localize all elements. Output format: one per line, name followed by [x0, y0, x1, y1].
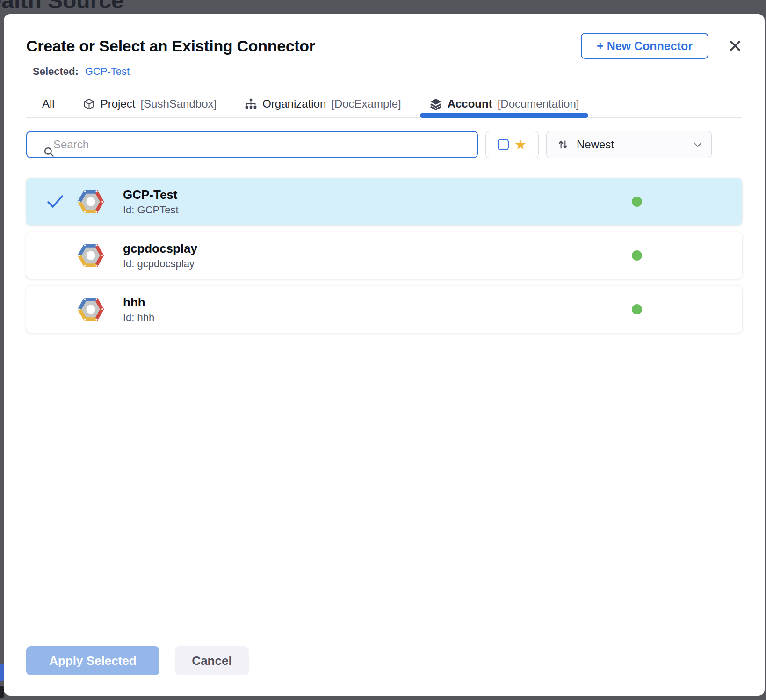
org-chart-icon: [245, 98, 257, 110]
search-input[interactable]: [26, 131, 478, 158]
sort-arrows-icon: [557, 139, 569, 151]
close-icon: [729, 40, 741, 52]
tab-label: Account: [448, 97, 492, 110]
background-page-heading: Health Source: [0, 0, 124, 14]
scope-tabs: All Project [SushSandbox]: [26, 90, 742, 118]
connector-name: GCP-Test: [123, 188, 179, 202]
connector-name: hhh: [123, 295, 154, 310]
layers-icon: [429, 97, 442, 110]
tab-project[interactable]: Project [SushSandbox]: [73, 90, 226, 117]
connector-select-modal: Create or Select an Existing Connector +…: [4, 14, 765, 696]
star-icon: ★: [514, 138, 527, 152]
modal-header: Create or Select an Existing Connector +…: [26, 14, 742, 59]
status-dot-active: [632, 250, 642, 261]
sort-selected-value: Newest: [577, 138, 686, 151]
status-dot-active: [632, 304, 642, 314]
search-box: [26, 131, 478, 158]
connector-id: Id: gcpdocsplay: [123, 258, 197, 270]
tab-label: Project: [101, 97, 136, 110]
favorites-checkbox[interactable]: [498, 139, 509, 150]
selected-row: Selected: GCP-Test: [26, 66, 742, 78]
selected-label: Selected:: [33, 66, 79, 78]
tab-account[interactable]: Account [Documentation]: [420, 90, 589, 117]
list-toolbar: ★ Newest: [26, 131, 742, 158]
tab-scope: [SushSandbox]: [140, 97, 217, 110]
tab-label: All: [42, 97, 55, 110]
modal-title: Create or Select an Existing Connector: [26, 37, 315, 55]
active-tab-underline: [420, 113, 589, 118]
cancel-button[interactable]: Cancel: [175, 646, 249, 675]
connector-list: GCP-Test Id: GCPTest: [26, 178, 742, 333]
chevron-down-icon: [694, 142, 702, 147]
apply-selected-button[interactable]: Apply Selected: [26, 646, 159, 675]
connector-row-gcpdocsplay[interactable]: gcpdocsplay Id: gcpdocsplay: [26, 232, 742, 279]
new-connector-button[interactable]: + New Connector: [581, 33, 708, 59]
tab-scope: [DocExample]: [331, 97, 401, 110]
gcp-connector-icon: [76, 241, 105, 270]
gcp-connector-icon: [76, 295, 105, 324]
status-dot-active: [632, 197, 642, 207]
close-button[interactable]: [728, 39, 742, 53]
connector-name: gcpdocsplay: [123, 241, 197, 256]
connector-row-gcp-test[interactable]: GCP-Test Id: GCPTest: [26, 178, 742, 225]
favorites-filter[interactable]: ★: [485, 131, 539, 158]
tab-all[interactable]: All: [33, 90, 64, 117]
tab-scope: [Documentation]: [498, 97, 579, 110]
background-fragment: [0, 686, 4, 698]
sort-dropdown[interactable]: Newest: [546, 131, 712, 158]
footer-divider: [26, 630, 742, 630]
connector-id: Id: GCPTest: [123, 204, 179, 216]
tab-organization[interactable]: Organization [DocExample]: [235, 90, 410, 117]
connector-id: Id: hhh: [123, 312, 154, 324]
selected-check-icon: [47, 195, 64, 209]
footer-buttons: Apply Selected Cancel: [26, 646, 742, 696]
gcp-connector-icon: [76, 187, 105, 216]
selected-connector-link[interactable]: GCP-Test: [85, 66, 130, 78]
connector-row-hhh[interactable]: hhh Id: hhh: [26, 286, 742, 333]
tab-label: Organization: [262, 97, 326, 110]
cube-icon: [83, 98, 95, 110]
